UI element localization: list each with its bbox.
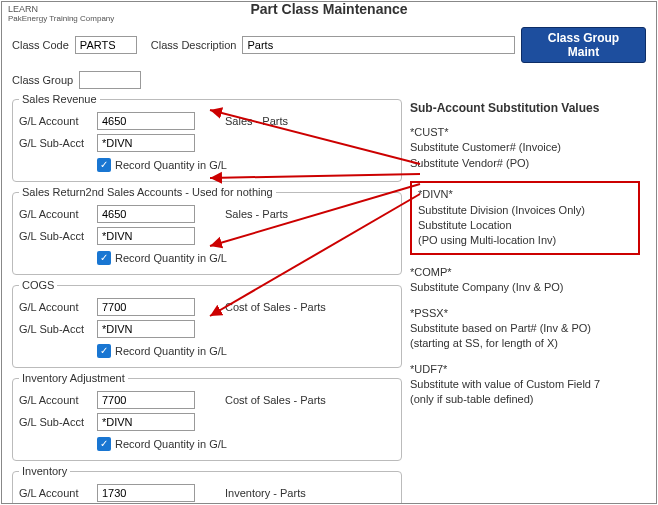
class-group-input[interactable] [79,71,141,89]
invadj-legend: Inventory Adjustment [19,372,128,384]
inv-legend: Inventory [19,465,70,477]
sales-revenue-section: Sales Revenue G/L Account Sales - Parts … [12,93,402,182]
sub-udf7: *UDF7* Substitute with value of Custom F… [410,362,640,408]
returns-legend: Sales Return2nd Sales Accounts - Used fo… [19,186,276,198]
sales-record-qty-checkbox[interactable]: ✓ [97,158,111,172]
sales-record-qty-label: Record Quantity in G/L [115,159,227,171]
gl-account-label: G/L Account [19,394,97,406]
sub-pssx: *PSSX* Substitute based on Part# (Inv & … [410,306,640,352]
cogs-section: COGS G/L Account Cost of Sales - Parts G… [12,279,402,368]
invadj-gl-account[interactable] [97,391,195,409]
gl-account-label: G/L Account [19,208,97,220]
invadj-gl-subacct[interactable] [97,413,195,431]
returns-record-qty-label: Record Quantity in G/L [115,252,227,264]
cogs-gl-subacct[interactable] [97,320,195,338]
class-group-label: Class Group [12,74,73,86]
returns-gl-account[interactable] [97,205,195,223]
sub-divn: *DIVN* Substitute Division (Invoices Onl… [410,181,640,255]
class-desc-input[interactable] [242,36,514,54]
sub-cust: *CUST* Substitute Customer# (Invoice) Su… [410,125,640,171]
cogs-record-qty-label: Record Quantity in G/L [115,345,227,357]
cogs-desc: Cost of Sales - Parts [225,301,326,313]
invadj-desc: Cost of Sales - Parts [225,394,326,406]
cogs-legend: COGS [19,279,57,291]
invadj-record-qty-checkbox[interactable]: ✓ [97,437,111,451]
inventory-section: Inventory G/L Account Inventory - Parts … [12,465,402,504]
sales-gl-account[interactable] [97,112,195,130]
inv-gl-account[interactable] [97,484,195,502]
returns-desc: Sales - Parts [225,208,288,220]
returns-gl-subacct[interactable] [97,227,195,245]
gl-subacct-label: G/L Sub-Acct [19,323,97,335]
sales-gl-subacct[interactable] [97,134,195,152]
gl-account-label: G/L Account [19,301,97,313]
gl-subacct-label: G/L Sub-Acct [19,137,97,149]
returns-record-qty-checkbox[interactable]: ✓ [97,251,111,265]
sidebar-title: Sub-Account Substitution Values [410,101,640,115]
class-group-maint-button[interactable]: Class Group Maint [521,27,646,63]
invadj-record-qty-label: Record Quantity in G/L [115,438,227,450]
gl-subacct-label: G/L Sub-Acct [19,416,97,428]
class-code-label: Class Code [12,39,69,51]
sales-return-section: Sales Return2nd Sales Accounts - Used fo… [12,186,402,275]
sub-comp: *COMP* Substitute Company (Inv & PO) [410,265,640,296]
gl-subacct-label: G/L Sub-Acct [19,230,97,242]
gl-account-label: G/L Account [19,115,97,127]
cogs-gl-account[interactable] [97,298,195,316]
gl-account-label: G/L Account [19,487,97,499]
class-code-input[interactable] [75,36,137,54]
inventory-adjustment-section: Inventory Adjustment G/L Account Cost of… [12,372,402,461]
class-desc-label: Class Description [151,39,237,51]
sales-desc: Sales - Parts [225,115,288,127]
sales-legend: Sales Revenue [19,93,100,105]
cogs-record-qty-checkbox[interactable]: ✓ [97,344,111,358]
inv-desc: Inventory - Parts [225,487,306,499]
